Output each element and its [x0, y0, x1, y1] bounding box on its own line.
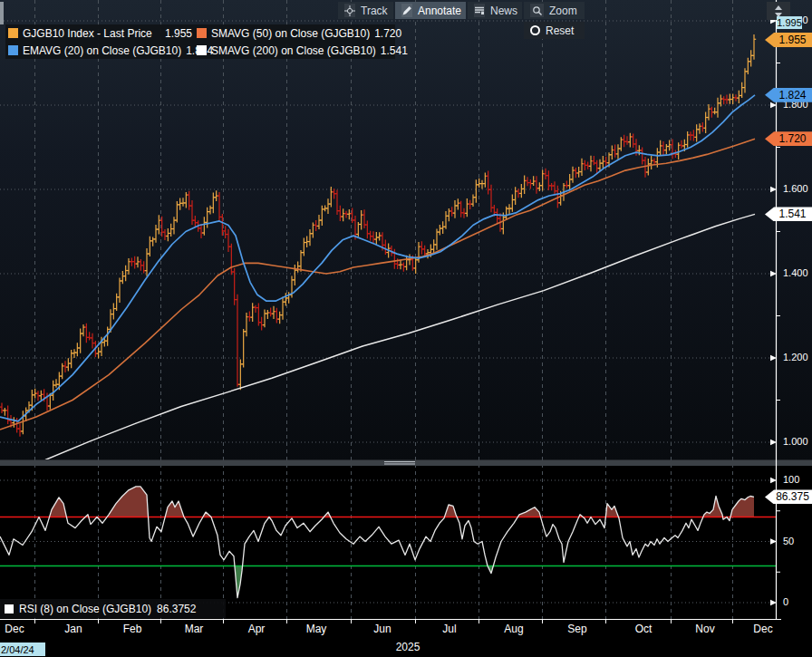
price-tick-label: 1.000 — [783, 436, 808, 447]
rsi-tick-label: 100 — [783, 474, 799, 485]
chevron-up-icon — [775, 5, 782, 10]
price-tick-label: 1.400 — [783, 267, 808, 278]
pencil-icon — [401, 4, 412, 17]
last-price-swatch — [8, 28, 18, 38]
legend-label: EMAVG (20) on Close (GJGB10) — [23, 44, 181, 57]
month-label: Sep — [567, 623, 586, 635]
legend-value: 1.955 — [165, 27, 197, 40]
chart-canvas[interactable] — [0, 0, 812, 657]
track-button[interactable]: Track — [338, 2, 393, 19]
rsi-legend-value: 86.3752 — [157, 603, 196, 615]
month-label: Apr — [248, 623, 266, 635]
month-label: Feb — [123, 623, 142, 635]
track-button-label: Track — [361, 5, 388, 17]
month-label: Dec — [753, 623, 772, 635]
study-legend: GJGB10 Index - Last Price 1.955 SMAVG (5… — [5, 24, 395, 59]
month-label: Oct — [635, 623, 652, 635]
month-label: Jul — [442, 623, 456, 635]
month-label: May — [306, 623, 327, 635]
legend-label: SMAVG (200) on Close (GJGB10) — [211, 44, 376, 57]
news-lines-icon — [474, 4, 485, 17]
month-label: Nov — [695, 623, 714, 635]
legend-item-last-price[interactable]: GJGB10 Index - Last Price 1.955 — [8, 27, 197, 40]
month-label: Mar — [185, 623, 204, 635]
crosshair-icon — [344, 4, 355, 17]
price-axis-tag[interactable]: 1.720 — [765, 131, 812, 146]
legend-item-smavg50[interactable]: SMAVG (50) on Close (GJGB10) 1.720 — [197, 27, 394, 40]
legend-label: SMAVG (50) on Close (GJGB10) — [211, 27, 370, 40]
legend-label: GJGB10 Index - Last Price — [23, 27, 152, 40]
start-date-chip: 2/04/24 — [0, 643, 45, 656]
legend-value: 1.541 — [381, 44, 412, 57]
bloomberg-chart-window: Track Annotate News Zoom Reset GJGB10 In… — [0, 0, 812, 657]
annotate-button[interactable]: Annotate — [395, 2, 466, 19]
price-tick-label: 1.200 — [783, 352, 808, 362]
smavg50-swatch — [197, 28, 207, 38]
zoom-button-label: Zoom — [549, 5, 577, 17]
reset-button[interactable]: Reset — [524, 22, 585, 39]
price-axis-tag[interactable]: 1.541 — [765, 207, 812, 221]
rsi-legend-label: RSI (8) on Close (GJGB10) — [19, 603, 151, 615]
reset-button-label: Reset — [546, 24, 574, 37]
legend-item-emavg20[interactable]: EMAVG (20) on Close (GJGB10) 1.824 — [8, 44, 197, 57]
month-label: Aug — [504, 623, 523, 635]
smavg200-swatch — [197, 45, 207, 55]
emavg20-swatch — [8, 45, 18, 55]
rsi-tick-label: 50 — [783, 536, 794, 546]
rsi-panel-bg — [0, 466, 812, 619]
price-panel-bg — [0, 0, 812, 460]
price-tick-label: 1.600 — [783, 183, 808, 194]
rsi-tick-label: 0 — [783, 596, 788, 607]
last-trade-price-tag[interactable]: 1.995 — [777, 16, 802, 29]
zoom-button[interactable]: Zoom — [524, 2, 585, 19]
rsi-legend[interactable]: RSI (8) on Close (GJGB10) 86.3752 — [0, 599, 226, 618]
news-button-label: News — [490, 5, 517, 17]
month-label: Dec — [5, 623, 24, 635]
target-circle-icon — [530, 25, 540, 35]
price-axis-tag[interactable]: 1.824 — [765, 88, 812, 102]
month-label: Jun — [373, 623, 391, 635]
rsi-swatch — [5, 604, 14, 614]
legend-value: 1.720 — [374, 27, 406, 40]
panel-divider[interactable] — [0, 460, 812, 467]
month-label: Jan — [64, 623, 82, 635]
left-edge-artifact — [0, 2, 4, 24]
legend-item-smavg200[interactable]: SMAVG (200) on Close (GJGB10) 1.541 — [197, 44, 394, 57]
year-label: 2025 — [396, 641, 420, 653]
news-button[interactable]: News — [468, 2, 522, 19]
magnifier-icon — [530, 4, 544, 17]
rsi-axis-tag[interactable]: 86.375 — [765, 489, 812, 504]
annotate-button-label: Annotate — [418, 5, 461, 17]
price-axis-tag[interactable]: 1.955 — [765, 33, 812, 47]
